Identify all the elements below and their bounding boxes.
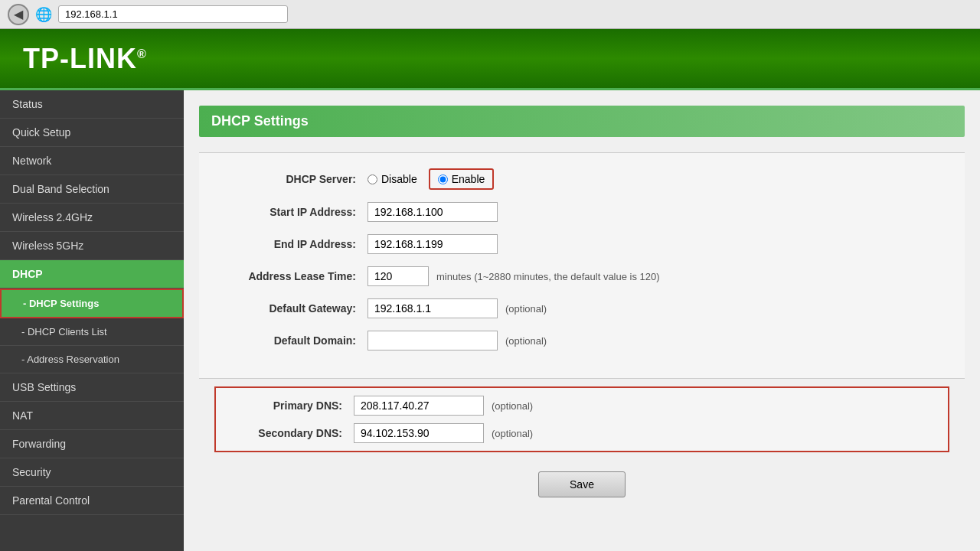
secondary-dns-input[interactable] [354, 423, 484, 443]
start-ip-input[interactable] [368, 202, 498, 222]
dns-box: Primary DNS: (optional) Secondary DNS: (… [214, 386, 949, 452]
end-ip-input[interactable] [368, 234, 498, 254]
sidebar-item-security[interactable]: Security [0, 458, 184, 487]
sidebar-item-parental-control[interactable]: Parental Control [0, 487, 184, 515]
sidebar-item-nat[interactable]: NAT [0, 402, 184, 430]
form-area: DHCP Server: Disable Enable Start IP Add… [199, 152, 965, 379]
address-bar[interactable] [58, 5, 288, 23]
sidebar-item-quick-setup[interactable]: Quick Setup [0, 119, 184, 147]
primary-dns-input[interactable] [354, 396, 484, 416]
lease-time-label: Address Lease Time: [214, 270, 368, 282]
sidebar-item-dual-band[interactable]: Dual Band Selection [0, 175, 184, 204]
primary-dns-hint: (optional) [492, 400, 533, 412]
start-ip-row: Start IP Address: [199, 202, 965, 222]
sidebar-item-status[interactable]: Status [0, 90, 184, 119]
start-ip-label: Start IP Address: [214, 206, 368, 218]
domain-row: Default Domain: (optional) [199, 331, 965, 350]
domain-input[interactable] [368, 331, 498, 350]
disable-radio[interactable] [368, 174, 377, 184]
section-header: DHCP Settings [199, 106, 965, 137]
dhcp-radio-group: Disable Enable [368, 168, 494, 190]
enable-option[interactable]: Enable [429, 168, 495, 190]
save-area: Save [199, 471, 965, 497]
content-area: DHCP Settings DHCP Server: Disable Enabl… [184, 90, 980, 551]
sidebar-item-network[interactable]: Network [0, 147, 184, 175]
tp-header: TP-LINK® [0, 29, 980, 90]
lease-time-row: Address Lease Time: minutes (1~2880 minu… [199, 266, 965, 286]
sidebar: Status Quick Setup Network Dual Band Sel… [0, 90, 184, 551]
enable-radio[interactable] [438, 174, 448, 184]
primary-dns-row: Primary DNS: (optional) [216, 396, 948, 416]
end-ip-label: End IP Address: [214, 238, 368, 250]
tp-logo: TP-LINK® [23, 43, 147, 75]
disable-option[interactable]: Disable [368, 173, 417, 185]
secondary-dns-row: Secondary DNS: (optional) [216, 423, 948, 443]
sidebar-item-forwarding[interactable]: Forwarding [0, 430, 184, 458]
browser-bar: ◀ 🌐 [0, 0, 980, 29]
main-layout: Status Quick Setup Network Dual Band Sel… [0, 90, 980, 551]
primary-dns-label: Primary DNS: [231, 399, 354, 412]
sidebar-item-dhcp[interactable]: DHCP [0, 260, 184, 289]
end-ip-row: End IP Address: [199, 234, 965, 254]
gateway-hint: (optional) [505, 303, 547, 315]
back-button[interactable]: ◀ [8, 4, 29, 25]
gateway-row: Default Gateway: (optional) [199, 298, 965, 318]
sidebar-item-address-reservation[interactable]: - Address Reservation [0, 346, 184, 373]
save-button[interactable]: Save [538, 471, 626, 497]
secondary-dns-label: Secondary DNS: [231, 427, 354, 439]
globe-icon: 🌐 [35, 6, 52, 23]
gateway-label: Default Gateway: [214, 302, 368, 315]
domain-hint: (optional) [505, 335, 547, 347]
sidebar-item-dhcp-settings[interactable]: - DHCP Settings [0, 289, 184, 318]
dhcp-server-row: DHCP Server: Disable Enable [199, 168, 965, 190]
sidebar-item-wireless-24[interactable]: Wireless 2.4GHz [0, 204, 184, 232]
sidebar-item-usb-settings[interactable]: USB Settings [0, 373, 184, 402]
sidebar-item-wireless-5[interactable]: Wireless 5GHz [0, 232, 184, 260]
lease-time-input[interactable] [368, 266, 429, 286]
lease-time-hint: minutes (1~2880 minutes, the default val… [436, 271, 660, 282]
sidebar-item-dhcp-clients[interactable]: - DHCP Clients List [0, 318, 184, 346]
dhcp-server-label: DHCP Server: [214, 173, 368, 185]
domain-label: Default Domain: [214, 334, 368, 347]
gateway-input[interactable] [368, 298, 498, 318]
secondary-dns-hint: (optional) [492, 428, 533, 439]
